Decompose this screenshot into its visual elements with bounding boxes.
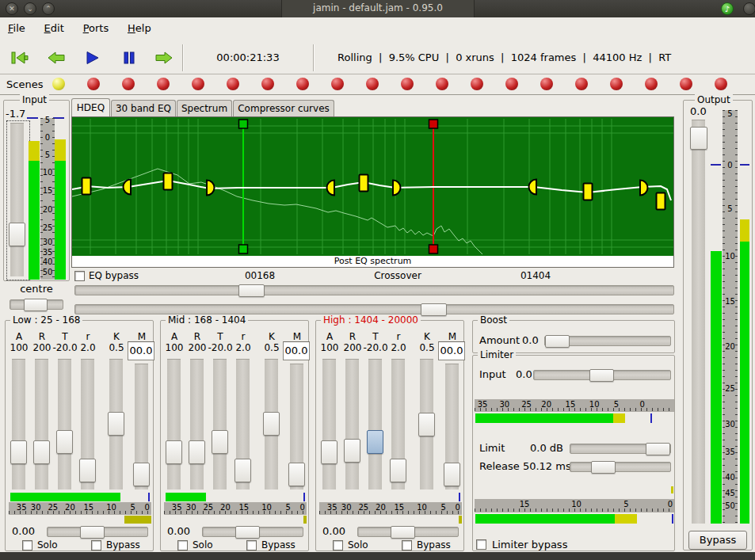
scene-button[interactable] (436, 78, 448, 90)
output-bypass-button[interactable]: Bypass (688, 531, 747, 550)
low-crossover-slider-handle[interactable] (238, 284, 265, 297)
menu-help[interactable]: Help (120, 17, 159, 39)
scene-button[interactable] (471, 78, 483, 90)
menu-file[interactable]: File (0, 17, 33, 39)
release-slider-trough[interactable] (345, 359, 359, 490)
makeup-slider-handle[interactable] (288, 463, 305, 486)
input-fader-trough[interactable] (10, 123, 24, 276)
skip-forward-button[interactable] (151, 45, 177, 70)
bypass-checkbox[interactable] (91, 540, 101, 550)
attack-slider-trough[interactable] (12, 359, 25, 490)
output-fader-trough[interactable] (692, 120, 705, 524)
limiter-bypass-checkbox[interactable] (476, 539, 486, 550)
makeup-slider-handle[interactable] (133, 463, 150, 486)
scene-button[interactable] (366, 78, 379, 90)
scene-button[interactable] (261, 78, 274, 90)
release-slider-handle[interactable] (189, 440, 205, 464)
tab-spectrum[interactable]: Spectrum (177, 100, 232, 116)
threshold-slider-trough[interactable] (368, 359, 382, 490)
threshold-slider-handle-focused[interactable] (367, 430, 383, 454)
attack-slider-handle[interactable] (10, 440, 27, 464)
tab-30-band-eq[interactable]: 30 band EQ (111, 100, 176, 116)
input-fader-handle[interactable] (9, 223, 25, 246)
bypass-checkbox[interactable] (246, 540, 257, 550)
tray-icon[interactable] (743, 2, 755, 15)
threshold-slider-handle[interactable] (56, 430, 73, 454)
threshold-slider-handle[interactable] (212, 430, 228, 454)
knee-slider-handle[interactable] (263, 412, 280, 436)
scene-button[interactable] (296, 78, 309, 90)
centre-slider-handle[interactable] (24, 299, 48, 311)
high-crossover-slider-handle[interactable] (421, 303, 447, 316)
knee-slider-handle[interactable] (108, 412, 124, 436)
release-handle[interactable] (591, 461, 616, 474)
hdeq-graph[interactable]: Post EQ spectrum (71, 116, 674, 268)
scene-button[interactable] (192, 78, 204, 90)
scene-button[interactable] (401, 78, 414, 90)
scene-button[interactable] (87, 78, 100, 90)
tab-hdeq[interactable]: HDEQ (71, 98, 110, 116)
solo-checkbox[interactable] (177, 540, 188, 550)
makeup-entry[interactable]: 00.0 (128, 341, 154, 360)
release-trough[interactable] (570, 462, 671, 472)
threshold-slider-trough[interactable] (58, 359, 71, 490)
skip-backward-button[interactable] (43, 45, 70, 70)
scene-button[interactable] (331, 78, 344, 90)
window-close-button[interactable]: ✕ (6, 2, 18, 15)
rewind-to-start-button[interactable] (6, 45, 33, 70)
scene-button[interactable] (122, 78, 135, 90)
scene-button[interactable] (227, 78, 239, 90)
attack-slider-handle[interactable] (321, 440, 337, 464)
threshold-slider-trough[interactable] (213, 359, 227, 490)
play-button[interactable] (79, 45, 106, 70)
band-gain-handle[interactable] (235, 526, 260, 539)
eq-arc-handle[interactable] (393, 181, 401, 196)
scene-button[interactable] (715, 78, 727, 90)
release-slider-handle[interactable] (344, 439, 360, 463)
eq-handle[interactable] (360, 175, 368, 192)
attack-slider-trough[interactable] (167, 359, 181, 490)
scene-button[interactable] (645, 78, 658, 90)
eq-arc-handle[interactable] (529, 180, 537, 195)
scene-button[interactable] (575, 78, 588, 90)
eq-arc-handle[interactable] (124, 180, 132, 195)
tab-compressor-curves[interactable]: Compressor curves (233, 100, 334, 116)
band-gain-handle[interactable] (391, 526, 415, 539)
menu-edit[interactable]: Edit (36, 17, 72, 39)
band-gain-handle[interactable] (80, 526, 105, 539)
attack-slider-trough[interactable] (322, 359, 336, 490)
attack-slider-handle[interactable] (166, 440, 182, 464)
solo-checkbox[interactable] (333, 540, 343, 550)
eq-bypass-checkbox[interactable] (74, 271, 85, 281)
eq-handle[interactable] (657, 193, 665, 210)
pause-button[interactable] (116, 45, 143, 70)
scene-button[interactable] (505, 78, 518, 90)
eq-arc-handle[interactable] (207, 181, 215, 196)
eq-handle[interactable] (164, 173, 173, 190)
limit-handle[interactable] (646, 443, 670, 455)
menu-ports[interactable]: Ports (75, 17, 117, 39)
release-slider-trough[interactable] (35, 359, 48, 490)
hdeq-canvas[interactable] (72, 117, 673, 256)
jack-note-icon[interactable]: ♪ (721, 2, 734, 15)
low-crossover-slider-trough[interactable] (74, 285, 674, 295)
limiter-input-handle[interactable] (589, 369, 614, 382)
knee-slider-handle[interactable] (418, 413, 435, 436)
makeup-entry[interactable]: 00.0 (438, 341, 465, 360)
scene-button[interactable] (610, 78, 623, 90)
eq-handle[interactable] (584, 184, 593, 200)
ratio-slider-handle[interactable] (390, 459, 406, 482)
scene-button[interactable] (157, 78, 170, 90)
scene-button[interactable] (540, 78, 553, 90)
eq-handle[interactable] (82, 178, 91, 195)
makeup-entry[interactable]: 00.0 (283, 341, 310, 360)
window-maximize-button[interactable]: ⌃ (42, 2, 55, 15)
release-slider-trough[interactable] (190, 359, 204, 490)
solo-checkbox[interactable] (22, 540, 32, 550)
high-crossover-slider-trough[interactable] (74, 304, 674, 314)
scene-button[interactable] (680, 78, 692, 90)
release-slider-handle[interactable] (33, 440, 50, 464)
bypass-checkbox[interactable] (402, 540, 412, 550)
eq-arc-handle[interactable] (640, 181, 648, 196)
eq-arc-handle[interactable] (327, 181, 335, 196)
